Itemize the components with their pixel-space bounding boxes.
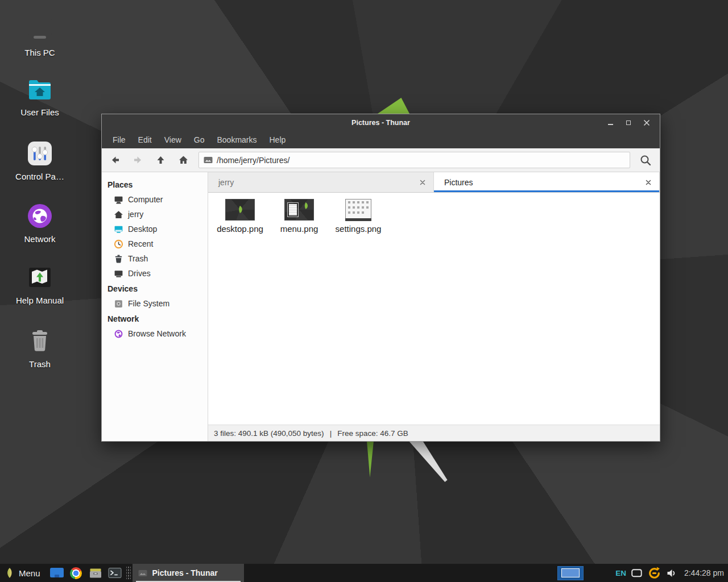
tab-label: Pictures xyxy=(444,178,643,187)
sidebar-item-label: Desktop xyxy=(128,225,157,234)
taskbar: Menu Pictures - Thunar EN xyxy=(0,564,728,582)
trash-icon xyxy=(114,254,123,264)
file-manager-launcher[interactable] xyxy=(48,564,65,582)
sidebar-item-label: File System xyxy=(128,299,169,308)
workspace-switcher[interactable] xyxy=(557,566,584,580)
panel-handle xyxy=(126,567,131,579)
up-button[interactable] xyxy=(150,151,171,170)
sidebar-item-label: Recent xyxy=(128,239,153,248)
desktop-icon-label: This PC xyxy=(24,48,55,57)
back-button[interactable] xyxy=(104,151,126,170)
places-header: Places xyxy=(102,177,208,192)
desktop: This PC User Files Control Pa… Network H… xyxy=(0,0,728,582)
terminal-launcher[interactable] xyxy=(106,564,123,582)
close-tab-button[interactable] xyxy=(417,177,428,188)
menu-edit[interactable]: Edit xyxy=(132,131,158,148)
file-menu-png[interactable]: menu.png xyxy=(272,198,326,234)
devices-header: Devices xyxy=(102,281,208,296)
file-name: menu.png xyxy=(280,224,318,234)
home-icon xyxy=(114,210,123,219)
desktop-icon-help-manual[interactable]: Help Manual xyxy=(3,264,76,305)
volume-icon[interactable] xyxy=(667,568,677,578)
tab-bar: jerry Pictures xyxy=(208,172,660,193)
titlebar[interactable]: Pictures - Thunar xyxy=(102,114,660,131)
maximize-button[interactable] xyxy=(623,118,634,128)
close-tab-button[interactable] xyxy=(643,177,653,188)
desktop-icon-this-pc[interactable]: This PC xyxy=(3,16,76,57)
display-icon[interactable] xyxy=(631,569,642,577)
menu-button[interactable]: Menu xyxy=(0,564,47,582)
main-content: jerry Pictures xyxy=(208,172,660,441)
sidebar-item-computer[interactable]: Computer xyxy=(102,192,208,207)
archive-launcher[interactable] xyxy=(87,564,104,582)
recent-clock-icon xyxy=(114,239,123,249)
sidebar-item-drives[interactable]: Drives xyxy=(102,266,208,281)
desktop-icon-network[interactable]: Network xyxy=(3,202,76,244)
thumbnail-settings-png xyxy=(345,198,371,221)
pc-icon xyxy=(26,16,53,43)
forward-button[interactable] xyxy=(127,151,148,170)
window-controls xyxy=(605,118,660,128)
close-icon xyxy=(643,119,650,126)
chrome-icon xyxy=(70,567,82,579)
sidebar-item-recent[interactable]: Recent xyxy=(102,236,208,251)
network-header: Network xyxy=(102,311,208,326)
file-settings-png[interactable]: settings.png xyxy=(331,198,386,234)
sidebar-item-label: jerry xyxy=(128,210,143,219)
window-title: Pictures - Thunar xyxy=(102,119,660,127)
sidebar-item-label: Drives xyxy=(128,269,151,278)
wallpaper-green-sliver xyxy=(367,441,374,477)
path-text: /home/jerry/Pictures/ xyxy=(217,156,289,165)
close-button[interactable] xyxy=(642,118,652,128)
home-button[interactable] xyxy=(172,151,194,170)
desktop-icon-label: User Files xyxy=(20,107,59,117)
sidebar-item-label: Computer xyxy=(128,195,163,204)
menu-file[interactable]: File xyxy=(106,131,132,148)
status-separator: | xyxy=(330,429,332,438)
minimize-button[interactable] xyxy=(605,118,615,128)
status-bar: 3 files: 490.1 kB (490,050 bytes) | Free… xyxy=(208,425,660,441)
menu-label: Menu xyxy=(19,568,40,578)
tab-pictures[interactable]: Pictures xyxy=(434,172,659,192)
chrome-launcher[interactable] xyxy=(68,564,85,582)
sidebar-item-jerry[interactable]: jerry xyxy=(102,207,208,222)
desktop-icon-label: Help Manual xyxy=(16,296,64,305)
tab-label: jerry xyxy=(218,178,417,187)
clock[interactable]: 2:44:28 pm xyxy=(684,568,724,577)
task-button-label: Pictures - Thunar xyxy=(152,568,218,577)
sidebar-item-desktop[interactable]: Desktop xyxy=(102,222,208,236)
sidebar-item-file-system[interactable]: File System xyxy=(102,296,208,311)
toolbar: /home/jerry/Pictures/ xyxy=(102,148,660,172)
menu-view[interactable]: View xyxy=(158,131,188,148)
search-button[interactable] xyxy=(635,151,656,170)
browse-network-globe-icon xyxy=(114,329,123,339)
desktop-icon-trash[interactable]: Trash xyxy=(3,327,76,369)
desktop-icon-user-files[interactable]: User Files xyxy=(3,76,76,117)
thunar-window: Pictures - Thunar File Edit View Go Book… xyxy=(101,114,660,442)
desktop-icon-control-panel[interactable]: Control Pa… xyxy=(3,140,76,181)
keyboard-layout-indicator[interactable]: EN xyxy=(615,569,626,577)
minimize-icon xyxy=(608,124,613,125)
file-desktop-png[interactable]: desktop.png xyxy=(213,198,267,234)
wallpaper-white-streak xyxy=(407,441,448,482)
close-icon xyxy=(646,180,651,185)
tab-jerry[interactable]: jerry xyxy=(208,172,433,192)
update-manager-icon[interactable] xyxy=(647,566,661,580)
file-list: desktop.png menu.png xyxy=(208,193,660,425)
network-globe-icon xyxy=(26,202,53,230)
menu-bookmarks[interactable]: Bookmarks xyxy=(210,131,263,148)
desktop-icon xyxy=(114,225,123,234)
task-button-thunar[interactable]: Pictures - Thunar xyxy=(133,564,244,582)
sidebar-item-label: Trash xyxy=(128,254,148,263)
workspace-thumbnail xyxy=(561,568,580,577)
maximize-icon xyxy=(626,120,631,125)
path-input[interactable]: /home/jerry/Pictures/ xyxy=(198,152,630,168)
sidebar-item-trash[interactable]: Trash xyxy=(102,251,208,266)
sidebar-item-browse-network[interactable]: Browse Network xyxy=(102,326,208,341)
drives-icon xyxy=(114,269,123,278)
system-tray: EN 2:44:28 pm xyxy=(615,566,728,580)
mint-logo-icon xyxy=(6,567,14,579)
computer-icon xyxy=(114,195,123,205)
menu-help[interactable]: Help xyxy=(263,131,292,148)
menu-go[interactable]: Go xyxy=(188,131,211,148)
